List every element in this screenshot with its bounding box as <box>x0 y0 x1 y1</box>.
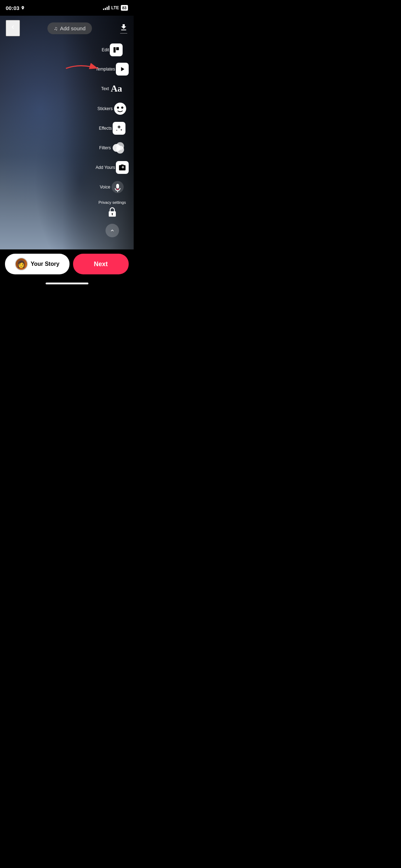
home-bar <box>46 283 88 284</box>
bar3 <box>107 7 108 10</box>
effects-icon <box>113 122 125 135</box>
music-note-icon: ♫ <box>54 25 58 31</box>
menu-item-privacy[interactable]: Privacy settings <box>94 197 130 222</box>
privacy-label: Privacy settings <box>98 200 126 205</box>
avatar: 👩 <box>15 258 28 270</box>
add-yours-icon <box>116 161 129 174</box>
edit-icon-svg <box>113 46 120 53</box>
svg-rect-2 <box>116 47 119 50</box>
your-story-button[interactable]: 👩 Your Story <box>5 254 70 274</box>
text-icon: Aa <box>110 82 123 95</box>
menu-item-stickers[interactable]: Stickers <box>94 99 130 118</box>
add-yours-label: Add Yours <box>96 165 115 170</box>
edit-label: Edit <box>102 47 109 52</box>
svg-point-4 <box>117 107 119 109</box>
download-button[interactable] <box>119 23 128 33</box>
voice-svg <box>111 180 124 194</box>
time-display: 00:03 <box>6 5 19 11</box>
text-aa-icon: Aa <box>111 83 122 94</box>
signal-bars <box>103 6 109 10</box>
battery-display: 83 <box>121 5 128 11</box>
location-icon <box>21 6 25 10</box>
bar2 <box>105 8 106 10</box>
status-right: LTE 83 <box>103 5 128 11</box>
templates-icon <box>116 63 129 76</box>
sparkle-svg <box>115 124 123 132</box>
filters-icon <box>112 141 125 155</box>
menu-item-text[interactable]: Text Aa <box>94 79 130 98</box>
next-label: Next <box>94 260 108 268</box>
top-controls: ♫ Add sound <box>0 16 134 41</box>
chevron-up-icon <box>109 228 115 233</box>
add-sound-button[interactable]: ♫ Add sound <box>47 22 92 34</box>
camera-plus-svg <box>118 164 126 171</box>
back-button[interactable] <box>6 20 20 36</box>
download-divider <box>120 33 127 33</box>
voice-icon <box>111 180 124 194</box>
menu-item-effects[interactable]: Effects <box>94 119 130 138</box>
your-story-label: Your Story <box>31 261 60 267</box>
bar1 <box>103 9 104 10</box>
svg-point-8 <box>116 146 124 154</box>
sticker-face-svg <box>113 102 127 115</box>
collapse-menu-button[interactable] <box>106 224 119 237</box>
menu-item-voice[interactable]: Voice <box>94 177 130 197</box>
next-button[interactable]: Next <box>73 254 129 274</box>
add-sound-label: Add sound <box>60 25 86 31</box>
stickers-icon <box>113 102 127 115</box>
privacy-icon <box>106 205 119 219</box>
bottom-bar: 👩 Your Story Next <box>0 249 134 289</box>
battery-value: 83 <box>122 6 127 10</box>
svg-point-5 <box>121 107 123 109</box>
lte-label: LTE <box>111 5 119 10</box>
svg-rect-1 <box>113 47 115 53</box>
menu-item-filters[interactable]: Filters <box>94 138 130 157</box>
status-time: 00:03 <box>6 5 25 11</box>
filters-svg <box>112 141 125 155</box>
bottom-buttons: 👩 Your Story Next <box>0 249 134 277</box>
bar4 <box>108 6 109 10</box>
avatar-image: 👩 <box>16 258 27 270</box>
templates-icon-svg <box>119 66 126 73</box>
chevron-left-icon <box>9 24 16 31</box>
video-preview: ♫ Add sound Edit <box>0 16 134 249</box>
text-menu-label: Text <box>101 86 109 91</box>
edit-icon <box>110 43 123 56</box>
filters-label: Filters <box>99 145 111 150</box>
stickers-label: Stickers <box>97 106 113 111</box>
home-indicator <box>0 277 134 289</box>
arrow-svg <box>62 61 105 76</box>
voice-label: Voice <box>100 185 110 190</box>
menu-item-edit[interactable]: Edit <box>94 41 130 59</box>
status-bar: 00:03 LTE 83 <box>0 0 134 16</box>
menu-item-add-yours[interactable]: Add Yours <box>94 158 130 177</box>
lock-svg <box>107 206 118 218</box>
download-icon <box>119 23 128 32</box>
svg-rect-13 <box>112 214 113 215</box>
effects-label: Effects <box>99 126 112 131</box>
red-arrow-annotation <box>62 61 105 76</box>
